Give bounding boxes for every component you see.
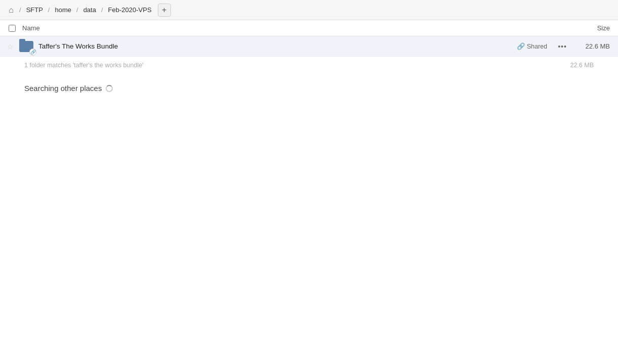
file-size: 22.6 MB [573,42,614,50]
breadcrumb-sftp[interactable]: SFTP [22,3,47,17]
shared-link-icon: 🔗 [517,42,525,50]
shared-badge: 🔗 Shared [517,42,547,50]
more-options-button[interactable]: ••• [555,39,569,54]
breadcrumb-bar: ⌂ / SFTP / home / data / Feb-2020-VPS + [0,0,618,20]
separator-1: / [18,6,22,14]
select-all-checkbox[interactable] [4,25,20,32]
add-tab-button[interactable]: + [158,4,171,17]
more-icon: ••• [558,42,567,51]
file-row[interactable]: ☆ 🔗 Taffer's The Works Bundle 🔗 Shared •… [0,36,618,57]
searching-other-label: Searching other places [24,84,102,93]
separator-4: / [100,6,104,14]
link-badge-icon: 🔗 [29,49,36,56]
home-breadcrumb[interactable]: ⌂ [4,3,18,17]
column-headers: Name Size [0,20,618,36]
breadcrumb-feb2020vps[interactable]: Feb-2020-VPS [104,3,156,17]
folder-icon-wrapper: 🔗 [18,38,34,55]
search-match-text: 1 folder matches 'taffer's the works bun… [24,62,144,69]
header-checkbox[interactable] [9,25,16,32]
star-icon[interactable]: ☆ [4,42,16,51]
breadcrumb-data[interactable]: data [79,3,100,17]
home-icon: ⌂ [9,6,14,15]
breadcrumb-home[interactable]: home [51,3,75,17]
separator-3: / [75,6,79,14]
searching-other-section: Searching other places [0,74,618,103]
search-match-info: 1 folder matches 'taffer's the works bun… [0,57,618,74]
size-column-header: Size [553,24,614,32]
loading-spinner [106,85,113,92]
search-match-size: 22.6 MB [570,62,594,69]
shared-label: Shared [527,43,547,50]
name-column-header: Name [20,24,553,32]
file-name: Taffer's The Works Bundle [38,42,517,50]
separator-2: / [47,6,51,14]
